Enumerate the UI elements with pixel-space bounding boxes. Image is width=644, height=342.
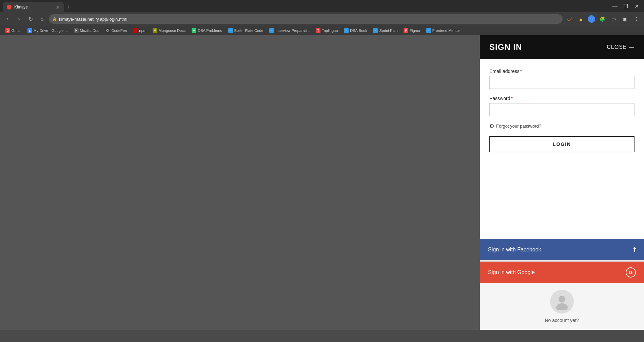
bookmark-gmail-label: Gmail	[12, 28, 21, 33]
facebook-signin-button[interactable]: Sign in with Facebook f	[480, 239, 644, 260]
bookmark-figma[interactable]: F Figma	[401, 27, 423, 34]
bookmark-interview[interactable]: ≡ Interview Preparati...	[267, 27, 312, 34]
bookmark-frontend-mentor[interactable]: ≡ Frontend Mentor	[424, 27, 463, 34]
facebook-signin-label: Sign in with Facebook	[488, 247, 541, 253]
bookmark-dsabook-label: DSA Book	[350, 28, 367, 33]
forgot-password-link[interactable]: ⚙ Forgot your password?	[489, 123, 635, 129]
extensions-icon[interactable]: 🧩	[597, 14, 607, 24]
tab-bar: Kimaye ✕ +	[3, 0, 74, 12]
google-icon: G	[626, 267, 636, 278]
bookmark-mydrive[interactable]: ▲ My Drive - Google ...	[25, 27, 71, 34]
no-account-section: No account yet?	[480, 283, 644, 330]
svg-point-1	[556, 303, 568, 310]
signin-panel: SIGN IN CLOSE — Email address* Password*…	[480, 35, 644, 330]
bookmark-codepen[interactable]: ⬡ CodePen	[102, 27, 130, 34]
sprint-favicon: ≡	[373, 28, 378, 33]
bookmark-gmail[interactable]: G Gmail	[3, 27, 24, 34]
codepen-favicon: ⬡	[105, 28, 110, 33]
bookmark-boilerplate-label: Boiler Plate Code	[234, 28, 264, 33]
fm-favicon: ≡	[426, 28, 431, 33]
bookmark-taplingua[interactable]: T Taplingua	[313, 27, 340, 34]
new-tab-button[interactable]: +	[64, 2, 74, 12]
google-signin-label: Sign in with Google	[488, 269, 535, 276]
facebook-icon: f	[633, 245, 636, 254]
svg-point-0	[559, 296, 565, 303]
bookmark-npm[interactable]: n npm	[130, 27, 149, 34]
tab-favicon	[7, 5, 12, 10]
email-required-star: *	[520, 69, 522, 74]
email-group: Email address*	[489, 69, 635, 89]
tap-favicon: T	[316, 28, 320, 33]
bookmark-interview-label: Interview Preparati...	[275, 28, 310, 33]
avatar-icon	[550, 290, 574, 314]
nav-icons: 🛡 ▲ 9 🧩 ▭ ▣ ⋮	[565, 14, 641, 24]
bookmark-fm-label: Frontend Mentor	[432, 28, 460, 33]
page-background	[0, 35, 480, 330]
figma-favicon: F	[404, 28, 408, 33]
password-required-star: *	[511, 96, 512, 101]
dsa-favicon: +	[192, 28, 196, 33]
bookmark-dsa-label: DSA Problems	[198, 28, 222, 33]
bookmark-sprint[interactable]: ≡ Sprint Plan	[370, 27, 400, 34]
mongoose-favicon: M	[153, 28, 157, 33]
back-button[interactable]: ‹	[3, 14, 12, 24]
signin-title: SIGN IN	[489, 42, 522, 52]
email-input[interactable]	[489, 76, 635, 89]
bp-favicon: ≡	[228, 28, 233, 33]
bookmark-mozilla[interactable]: M Mozilla Doc	[71, 27, 102, 34]
active-tab[interactable]: Kimaye ✕	[3, 2, 64, 12]
login-button[interactable]: LOGIN	[489, 136, 635, 152]
password-label: Password*	[489, 96, 635, 101]
password-input[interactable]	[489, 103, 635, 116]
brave-rewards-icon[interactable]: ▲	[576, 14, 586, 24]
close-panel-button[interactable]: CLOSE —	[607, 44, 635, 50]
reload-button[interactable]: ↻	[26, 14, 35, 24]
interview-favicon: ≡	[269, 28, 274, 33]
home-button[interactable]: ⌂	[37, 14, 47, 24]
brave-shield-icon[interactable]: 🛡	[565, 14, 574, 24]
bookmark-boilerplate[interactable]: ≡ Boiler Plate Code	[226, 27, 266, 34]
tab-close-icon[interactable]: ✕	[56, 4, 60, 10]
forward-button[interactable]: ›	[14, 14, 24, 24]
bookmark-dsabook[interactable]: ≡ DSA Book	[341, 27, 370, 34]
bookmark-npm-label: npm	[139, 28, 146, 33]
mozilla-favicon: M	[74, 28, 79, 33]
menu-icon[interactable]: ⋮	[632, 14, 641, 24]
nav-bar: ‹ › ↻ ⌂ 🔒 🛡 ▲ 9 🧩 ▭ ▣ ⋮	[0, 12, 644, 26]
tab-title: Kimaye	[14, 5, 53, 10]
signin-form: Email address* Password* ⚙ Forgot your p…	[480, 59, 644, 239]
bookmarks-bar: G Gmail ▲ My Drive - Google ... M Mozill…	[0, 26, 644, 35]
password-group: Password*	[489, 96, 635, 116]
browser-chrome: Kimaye ✕ + — ❐ ✕ ‹ › ↻ ⌂ 🔒 🛡 ▲ 9 🧩 ▭ ▣ ⋮	[0, 0, 644, 35]
bookmark-mozilla-label: Mozilla Doc	[80, 28, 99, 33]
bookmark-dsa[interactable]: + DSA Problems	[189, 27, 225, 34]
close-button[interactable]: ✕	[632, 1, 641, 11]
bookmark-mongoose-label: Mongoose Docs	[159, 28, 186, 33]
minimize-button[interactable]: —	[610, 1, 620, 11]
bookmark-mydrive-label: My Drive - Google ...	[34, 28, 68, 33]
window-controls: — ❐ ✕	[610, 1, 641, 11]
lock-icon: 🔒	[52, 17, 57, 21]
google-signin-button[interactable]: Sign in with Google G	[480, 262, 644, 283]
npm-favicon: n	[133, 28, 138, 33]
page-area: SIGN IN CLOSE — Email address* Password*…	[0, 35, 644, 330]
dsabook-favicon: ≡	[344, 28, 349, 33]
social-signin: Sign in with Facebook f Sign in with Goo…	[480, 239, 644, 283]
bookmark-taplingua-label: Taplingua	[322, 28, 338, 33]
drive-favicon: ▲	[27, 28, 32, 33]
profile-icon[interactable]: 9	[588, 15, 595, 23]
gmail-favicon: G	[5, 28, 10, 33]
sidebar-icon[interactable]: ▭	[609, 14, 618, 24]
no-account-text: No account yet?	[545, 318, 579, 323]
address-input[interactable]	[59, 17, 559, 22]
restore-button[interactable]: ❐	[621, 1, 630, 11]
forgot-password-label: Forgot your password?	[496, 124, 541, 129]
wallet-icon[interactable]: ▣	[620, 14, 630, 24]
address-bar-container[interactable]: 🔒	[49, 14, 563, 24]
email-label: Email address*	[489, 69, 635, 74]
bookmark-figma-label: Figma	[410, 28, 420, 33]
title-bar: Kimaye ✕ + — ❐ ✕	[0, 0, 644, 12]
avatar-svg	[553, 293, 570, 310]
bookmark-mongoose[interactable]: M Mongoose Docs	[150, 27, 189, 34]
signin-header: SIGN IN CLOSE —	[480, 35, 644, 59]
